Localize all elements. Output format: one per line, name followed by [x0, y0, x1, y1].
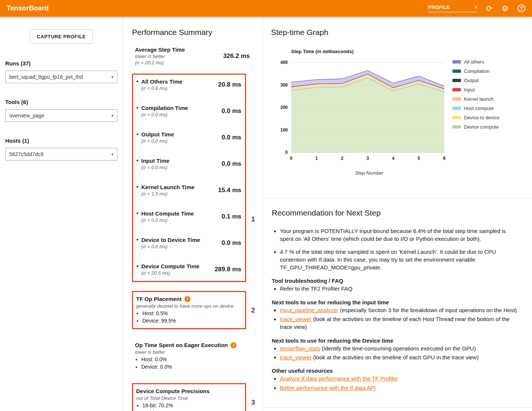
annotation-number-1: 1: [251, 215, 255, 223]
resource-link[interactable]: Analyze tf.data performance with the TF …: [280, 375, 398, 382]
tf-op-placement-list: Host: 0.5% Device: 99.5%: [136, 310, 241, 324]
tool-link[interactable]: input_pipeline_analyzer: [280, 307, 339, 313]
metric-value: 0.1 ms: [222, 213, 241, 220]
list-item: 16-bit: 70.2%: [142, 402, 241, 410]
main-layout: CAPTURE PROFILE Runs (37) bert_squad_8gp…: [0, 17, 532, 411]
performance-summary-title: Performance Summary: [132, 28, 254, 37]
help-icon[interactable]: ?: [518, 4, 525, 12]
tool-link[interactable]: trace_viewer: [280, 316, 312, 322]
subheading-troubleshooting: Tool troubleshooting / FAQ: [272, 278, 521, 284]
metric-value: 0.0 ms: [222, 134, 241, 141]
legend-swatch: [452, 79, 461, 82]
hosts-select[interactable]: 5627c5dd7dc9 ▾: [5, 148, 117, 161]
step-time-breakdown-box: All Others Time (σ = 0.6 ms) 20.8 ms Com…: [132, 74, 246, 282]
metric-value: 20.8 ms: [218, 81, 241, 88]
hosts-control: Hosts (1) 5627c5dd7dc9 ▾: [5, 137, 117, 161]
tool-link[interactable]: trace_viewer: [280, 354, 312, 360]
metric-row: Kernel Launch Time (σ = 1.5 ms) 15.4 ms: [136, 184, 241, 197]
metric-name: Output Time: [141, 131, 174, 137]
list-item: Host: 0.5%: [142, 310, 241, 317]
step-time-graph-title: Step-time Graph: [271, 28, 523, 37]
legend-item: Compilation: [452, 68, 499, 74]
runs-select[interactable]: bert_squad_8gpu_fp16_pvt_thd ▾: [5, 71, 117, 83]
legend-item: Host compute: [452, 106, 499, 111]
legend-label: Host compute: [464, 106, 494, 111]
metric-sigma: (σ = 0.0 ms): [141, 138, 174, 144]
capture-profile-button[interactable]: CAPTURE PROFILE: [30, 29, 93, 44]
metric-name: Host Compute Time: [141, 210, 194, 217]
tools-select[interactable]: overview_page ▾: [5, 109, 117, 122]
metric-value: 0.0 ms: [222, 160, 241, 168]
metric-name: Device Compute Time: [141, 263, 199, 269]
list-item: Device: 0.0%: [141, 363, 246, 371]
device-tools-list: tensorflow_stats (identify the time-cons…: [272, 344, 521, 362]
metric-name: Device to Device Time: [141, 237, 200, 243]
legend-item: Input: [452, 87, 499, 93]
annotation-number-2: 2: [251, 306, 255, 314]
tool-link[interactable]: tensorflow_stats: [280, 345, 320, 352]
list-item-text: (especially Section 3 for the breakdown …: [339, 307, 517, 313]
metric-sigma: (σ = 20.5 ms): [141, 270, 199, 276]
metric-sigma: (σ = 0.0 ms): [141, 112, 188, 117]
metric-name: Input Time: [141, 158, 170, 164]
svg-text:100: 100: [280, 127, 288, 133]
device-compute-precisions-list: 16-bit: 70.2% 32-bit: 29.8%: [136, 402, 241, 411]
other-resources-list: Analyze tf.data performance with the TF …: [272, 375, 521, 392]
tools-select-value: overview_page: [9, 113, 44, 119]
tf-op-placement-title: TF Op Placement: [136, 296, 182, 302]
metric-row: Output Time (σ = 0.0 ms) 0.0 ms: [136, 131, 241, 144]
subheading-device-tools: Next tools to use for reducing the Devic…: [272, 337, 521, 344]
svg-text:6: 6: [443, 156, 446, 161]
chevron-down-icon: ▾: [111, 113, 113, 118]
metric-row: Device to Device Time (σ = 0.0 ms) 0.0 m…: [136, 237, 241, 249]
metric-sigma: (σ = 0.6 ms): [141, 85, 183, 91]
info-icon[interactable]: i: [230, 342, 236, 348]
reload-icon[interactable]: ⟳: [486, 4, 493, 13]
list-item: tensorflow_stats (identify the time-cons…: [280, 344, 521, 352]
list-item: Host: 0.0%: [141, 356, 246, 363]
list-item-text: (look at the activities on the timeline …: [280, 316, 510, 330]
tools-label: Tools (6): [5, 99, 117, 105]
annotation-box-2: TF Op Placement i generally desired to h…: [132, 291, 246, 329]
list-item-text: (look at the activities on the timeline …: [312, 354, 478, 360]
chart-legend: All othersCompilationOutputInputKernel l…: [452, 59, 499, 176]
legend-swatch: [452, 125, 461, 129]
input-tools-list: input_pipeline_analyzer (especially Sect…: [272, 306, 521, 331]
list-item: 32-bit: 29.8%: [142, 410, 241, 411]
info-icon[interactable]: i: [184, 296, 190, 302]
metric-row: All Others Time (σ = 0.6 ms) 20.8 ms: [136, 78, 241, 91]
chevron-down-icon: ▾: [111, 152, 113, 157]
metric-name: All Others Time: [141, 78, 183, 85]
resource-link[interactable]: Better performance with the tf.data API: [280, 385, 376, 391]
list-item: Refer to the TF2 Profiler FAQ: [280, 285, 521, 292]
dashboard-selector[interactable]: PROFILE ▾: [428, 4, 477, 12]
legend-label: Kernel launch: [464, 96, 494, 102]
recommendation-title: Recommendation for Next Step: [272, 208, 521, 217]
legend-label: All others: [464, 59, 484, 65]
metric-value: 289.8 ms: [215, 266, 241, 273]
metric-name: Average Step Time: [135, 46, 185, 53]
tools-control: Tools (6) overview_page ▾: [5, 99, 117, 122]
legend-label: Device compute: [464, 124, 499, 130]
legend-item: All others: [452, 59, 499, 65]
annotation-box-3: Device Compute Precisions out of Total D…: [132, 383, 246, 411]
recommendation-panel: Recommendation for Next Step Your progra…: [263, 199, 532, 408]
metric-name: Kernel Launch Time: [141, 184, 194, 190]
legend-label: Output: [464, 78, 478, 83]
device-compute-precisions-title: Device Compute Precisions: [136, 388, 210, 394]
list-item-text: (identify the time-consuming operations …: [320, 345, 476, 352]
runs-control: Runs (37) bert_squad_8gpu_fp16_pvt_thd ▾: [5, 60, 117, 83]
tf-op-placement-box: TF Op Placement i generally desired to h…: [132, 291, 246, 329]
chart-area: Step Time (in milliseconds) 010020030040…: [273, 49, 523, 176]
svg-text:2: 2: [341, 156, 344, 161]
legend-label: Compilation: [464, 68, 490, 74]
gear-icon[interactable]: ⚙: [502, 4, 509, 13]
metric-row: Device Compute Time (σ = 20.5 ms) 289.8 …: [136, 263, 241, 276]
svg-text:4: 4: [392, 156, 394, 161]
list-item-text: Refer to the TF2 Profiler FAQ: [280, 285, 352, 292]
metric-sigma: (σ = 0.0 ms): [141, 244, 200, 249]
list-item: trace_viewer (look at the activities on …: [280, 315, 521, 331]
right-column: Step-time Graph Step Time (in millisecon…: [263, 17, 532, 411]
hosts-label: Hosts (1): [5, 137, 117, 144]
metric-name: Compilation Time: [141, 105, 188, 111]
